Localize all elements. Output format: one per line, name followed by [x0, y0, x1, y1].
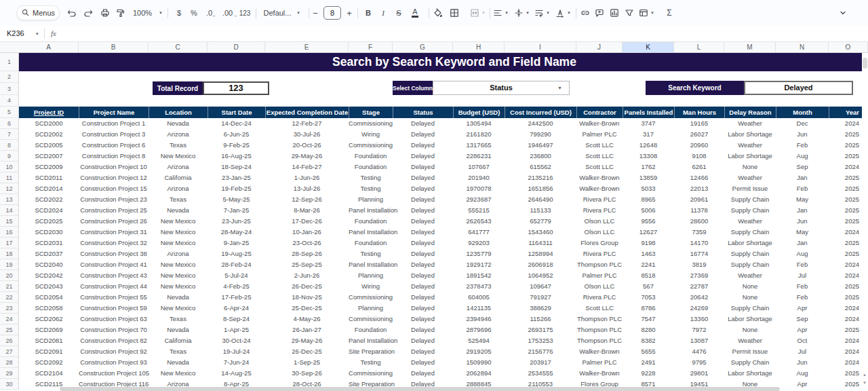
cell[interactable]: Thompson PLC — [576, 335, 623, 346]
cell[interactable]: Supply Chain — [724, 194, 776, 205]
cell[interactable]: Walker-Brown — [576, 368, 623, 379]
cell[interactable]: Weather — [724, 270, 776, 281]
cell[interactable]: 525494 — [453, 335, 505, 346]
cell[interactable]: Jun — [776, 216, 829, 227]
cell[interactable]: Texas — [149, 140, 208, 151]
cell[interactable]: SCD2092 — [19, 357, 79, 368]
cell[interactable]: SCD2024 — [19, 205, 79, 216]
cell[interactable]: Testing — [349, 248, 393, 259]
cell[interactable]: 929203 — [453, 238, 505, 248]
cell[interactable]: Site Preparation — [349, 346, 393, 357]
vertical-scrollbar-track[interactable] — [862, 53, 868, 391]
cell[interactable]: 2241 — [623, 259, 674, 270]
column-header-E[interactable]: E — [265, 42, 349, 52]
cell[interactable]: 22013 — [674, 183, 724, 194]
cell[interactable]: 3747 — [623, 118, 674, 129]
fill-color-icon[interactable] — [429, 0, 446, 26]
cell[interactable]: Delayed — [393, 324, 453, 335]
cell[interactable]: 1509990 — [453, 357, 505, 368]
cell[interactable]: 5-May-25 — [208, 194, 265, 205]
decrease-decimal-button[interactable]: .0← — [203, 0, 220, 26]
cell[interactable]: 7-Jan-25 — [208, 205, 265, 216]
row-header-30[interactable]: 30 — [0, 379, 19, 390]
cell[interactable]: SCD2002 — [19, 129, 79, 140]
cell[interactable]: 2534555 — [505, 368, 576, 379]
cell[interactable]: Construction Project 41 — [79, 259, 149, 270]
cell[interactable]: 2378473 — [453, 281, 505, 292]
cell[interactable]: Dec — [776, 118, 829, 129]
cell[interactable]: SCD2043 — [19, 281, 79, 292]
cell[interactable]: California — [149, 335, 208, 346]
cell[interactable]: 19-Feb-25 — [208, 183, 265, 194]
cell[interactable]: 115266 — [505, 314, 576, 324]
format-percent-button[interactable]: % — [185, 0, 203, 26]
cell[interactable]: Delayed — [393, 216, 453, 227]
cell[interactable]: None — [724, 292, 776, 303]
cell[interactable]: SCD2081 — [19, 335, 79, 346]
table-header-cell[interactable]: Month — [776, 107, 829, 118]
cell[interactable]: 30-Sep-26 — [265, 368, 349, 379]
cell[interactable]: 23-Jan-25 — [208, 172, 265, 183]
cell[interactable]: SCD2091 — [19, 346, 79, 357]
cell[interactable]: SCD2000 — [19, 118, 79, 129]
cell[interactable]: Delayed — [393, 118, 453, 129]
cell[interactable]: Delayed — [393, 281, 453, 292]
cell[interactable]: 2161820 — [453, 129, 505, 140]
cell[interactable]: 115133 — [505, 205, 576, 216]
cell[interactable]: Thompson PLC — [576, 259, 623, 270]
cell[interactable]: Construction Project 63 — [79, 314, 149, 324]
cell[interactable]: Construction Project 44 — [79, 281, 149, 292]
cell[interactable]: 7547 — [623, 314, 674, 324]
cell[interactable]: 29801 — [674, 368, 724, 379]
column-header-O[interactable]: O — [829, 42, 868, 52]
cell[interactable]: Commissioning — [349, 368, 393, 379]
table-header-cell[interactable]: Panels Installed — [623, 107, 674, 118]
hide-toolbar-icon[interactable] — [834, 0, 852, 26]
cell[interactable]: Construction Project 82 — [79, 335, 149, 346]
cell[interactable]: Walker-Brown — [576, 118, 623, 129]
cell[interactable]: 2693175 — [505, 324, 576, 335]
cell[interactable]: 317 — [623, 129, 674, 140]
cell[interactable]: SCD2014 — [19, 183, 79, 194]
cell[interactable]: 28600 — [674, 216, 724, 227]
cell[interactable]: 1-Sep-25 — [265, 357, 349, 368]
cell[interactable]: May — [776, 194, 829, 205]
cell[interactable]: Aug — [776, 151, 829, 162]
cell[interactable]: Walker-Brown — [576, 183, 623, 194]
cell[interactable]: 9108 — [674, 151, 724, 162]
cell[interactable]: 2919205 — [453, 346, 505, 357]
cell[interactable]: Feb — [776, 259, 829, 270]
column-header-F[interactable]: F — [349, 42, 393, 52]
sheet-title-banner[interactable]: Search by Search Keyword and Field Name — [19, 53, 868, 71]
cell[interactable]: 2442500 — [505, 118, 576, 129]
cell[interactable]: 1946497 — [505, 140, 576, 151]
cell[interactable]: 615562 — [505, 162, 576, 172]
column-header-C[interactable]: C — [149, 42, 208, 52]
cell[interactable]: 13087 — [674, 335, 724, 346]
cell[interactable]: SCD2037 — [19, 248, 79, 259]
cell[interactable]: Delayed — [393, 314, 453, 324]
cell[interactable]: Supply Chain — [724, 259, 776, 270]
menus-button[interactable]: Menus — [16, 5, 60, 20]
cell[interactable]: 567 — [623, 281, 674, 292]
cell[interactable]: 29-May-26 — [265, 151, 349, 162]
cell[interactable]: 5033 — [623, 183, 674, 194]
column-header-K[interactable]: K — [623, 42, 674, 52]
cell[interactable]: 791927 — [505, 292, 576, 303]
cell[interactable]: Foundation — [349, 238, 393, 248]
cell[interactable]: Construction Project 23 — [79, 194, 149, 205]
cell[interactable]: Construction Project 31 — [79, 227, 149, 238]
cell[interactable]: Delayed — [393, 227, 453, 238]
cell[interactable]: Thompson PLC — [576, 324, 623, 335]
cell[interactable]: Scott LLC — [576, 140, 623, 151]
cell[interactable]: 20-Oct-26 — [265, 140, 349, 151]
cell[interactable]: 20642 — [674, 292, 724, 303]
cell[interactable]: 26-Dec-25 — [265, 281, 349, 292]
cell[interactable]: 9-Jan-25 — [208, 238, 265, 248]
cell[interactable]: Panel Installation — [349, 205, 393, 216]
cell[interactable]: Rivera PLC — [576, 194, 623, 205]
cell[interactable]: 1762 — [623, 162, 674, 172]
cell[interactable]: 13360 — [674, 314, 724, 324]
cell[interactable]: Delayed — [393, 346, 453, 357]
cell[interactable]: Construction Project 105 — [79, 368, 149, 379]
